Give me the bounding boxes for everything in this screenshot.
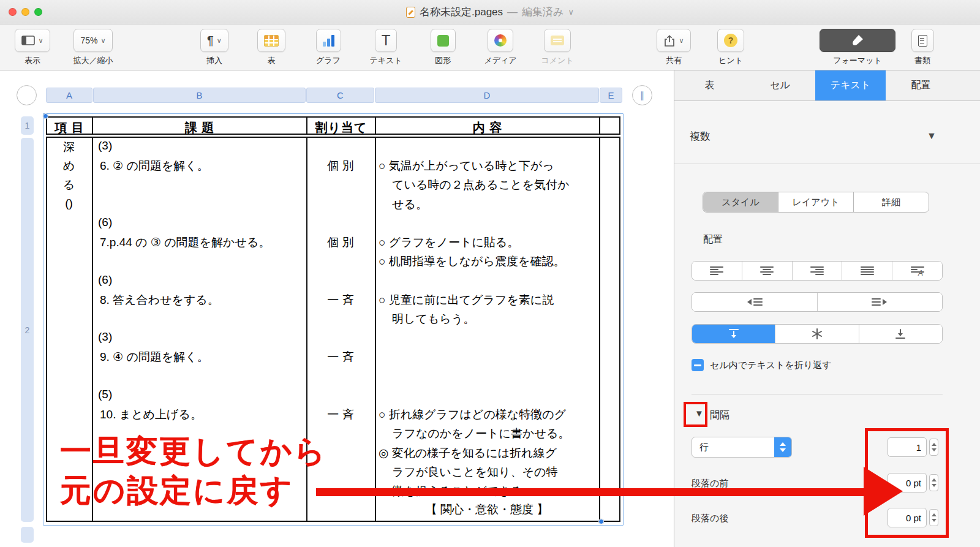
document-button[interactable] (911, 29, 934, 52)
tab-arrange[interactable]: 配置 (886, 70, 956, 100)
align-right-icon (810, 266, 824, 276)
table-cell-text: 深 (46, 139, 92, 155)
table-cell-text: (3) (98, 330, 112, 344)
increase-indent-button[interactable] (818, 293, 943, 311)
tab-cell[interactable]: セル (745, 70, 815, 100)
shape-button[interactable] (431, 29, 456, 52)
style-disclosure-icon[interactable]: ▼ (927, 130, 937, 141)
table-resize-handle[interactable] (43, 113, 48, 119)
indent-group (692, 292, 943, 312)
line-spacing-popup[interactable]: 行 (692, 437, 792, 458)
style-segmented-control: スタイル レイアウト 詳細 (703, 192, 929, 213)
table-header-cell: 項 目 (46, 119, 93, 136)
column-header-d[interactable]: D (375, 88, 599, 103)
tool-media: メディア (476, 29, 525, 66)
before-paragraph-label: 段落の前 (692, 478, 728, 489)
align-natural-icon: A (911, 266, 924, 276)
table-cell-text: め (46, 158, 92, 174)
table-cell-text: 7.p.44 の ③ の問題を解かせる。 (100, 235, 270, 251)
row-header-add[interactable] (21, 527, 34, 543)
table-button[interactable] (257, 29, 285, 52)
before-paragraph-value-field[interactable]: 0 pt (888, 473, 927, 492)
tab-table[interactable]: 表 (674, 70, 745, 100)
align-center-icon (760, 266, 774, 276)
close-button[interactable] (9, 8, 17, 16)
alignment-section-label: 配置 (703, 233, 723, 246)
text-label: テキスト (369, 55, 402, 66)
main-area: A B C D E ∥ 1 2 項 目 課 題 割り当て 内 容 深 め る (… (0, 70, 980, 547)
table-cell-text: ○ 折れ線グラフはどの様な特徴のグ (379, 407, 566, 423)
view-button[interactable]: ∨ (15, 29, 50, 52)
after-paragraph-value-field[interactable]: 0 pt (888, 508, 927, 527)
spacing-disclosure-icon[interactable]: ▼ (695, 408, 704, 418)
valign-middle-button[interactable] (775, 325, 859, 343)
column-header-e[interactable]: E (600, 88, 622, 103)
media-flower-icon (494, 34, 507, 47)
line-spacing-value-field[interactable]: 1 (888, 437, 927, 457)
fullscreen-button[interactable] (34, 8, 42, 16)
column-header-b[interactable]: B (93, 88, 306, 103)
table-header-cell: 内 容 (376, 119, 599, 136)
insert-button[interactable]: ¶ ∨ (200, 29, 228, 52)
line-spacing-stepper[interactable] (929, 439, 938, 456)
minimize-button[interactable] (21, 8, 29, 16)
column-header-a[interactable]: A (46, 88, 92, 103)
tool-chart: グラフ (304, 29, 353, 66)
view-label: 表示 (24, 55, 40, 66)
valign-top-icon (728, 328, 739, 339)
row-header-1[interactable]: 1 (21, 116, 34, 135)
valign-bottom-button[interactable] (859, 325, 942, 343)
decrease-indent-button[interactable] (692, 293, 818, 311)
tool-share: ∨ 共有 (649, 29, 698, 66)
tool-document: 書類 (898, 29, 947, 66)
table-cell-text: ている時の２点あることを気付か (392, 177, 569, 193)
column-header-c[interactable]: C (306, 88, 374, 103)
segment-style[interactable]: スタイル (703, 192, 778, 212)
tool-zoom: 75% ∨ 拡大／縮小 (69, 29, 118, 66)
hint-label: ヒント (718, 55, 743, 66)
valign-top-button[interactable] (692, 325, 775, 343)
row-header-2[interactable]: 2 (21, 138, 34, 522)
title-separator: — (507, 6, 518, 18)
table-cell-text: 個 別 (306, 235, 375, 251)
before-paragraph-stepper[interactable] (929, 474, 938, 491)
align-center-button[interactable] (742, 262, 793, 280)
table-cell-text: 個 別 (306, 158, 375, 174)
align-left-button[interactable] (692, 262, 742, 280)
share-button[interactable]: ∨ (657, 29, 690, 52)
table-resize-handle[interactable] (598, 519, 604, 524)
wrap-text-checkbox[interactable] (692, 359, 704, 371)
align-right-button[interactable] (793, 262, 843, 280)
table-cell-text: (6) (98, 273, 112, 287)
text-button[interactable]: T (375, 29, 398, 52)
zoom-button[interactable]: 75% ∨ (74, 29, 112, 52)
window-controls (9, 0, 42, 24)
document-label: 書類 (914, 55, 930, 66)
shape-label: 図形 (435, 55, 451, 66)
chevron-down-icon: ∨ (38, 37, 43, 45)
table-select-handle[interactable] (17, 85, 37, 105)
tab-text[interactable]: テキスト (815, 70, 886, 100)
table-cell-text: (5) (98, 388, 112, 401)
document-canvas[interactable]: A B C D E ∥ 1 2 項 目 課 題 割り当て 内 容 深 め る (… (0, 70, 674, 547)
tool-format: フォーマット (815, 29, 900, 66)
chart-label: グラフ (316, 55, 341, 66)
edited-status: 編集済み (522, 5, 564, 19)
segment-layout[interactable]: レイアウト (778, 192, 854, 212)
segment-more[interactable]: 詳細 (854, 192, 929, 212)
comment-button[interactable] (544, 29, 571, 52)
table-cell-text: ラフなのかをノートに書かせる。 (392, 426, 570, 442)
zoom-label: 拡大／縮小 (74, 55, 113, 66)
media-button[interactable] (488, 29, 513, 52)
table-cell-text: 一 斉 (306, 407, 375, 423)
chart-button[interactable] (316, 29, 341, 52)
format-button[interactable] (820, 29, 895, 52)
title-chevron-icon[interactable]: ∨ (568, 7, 574, 17)
align-justify-button[interactable] (842, 262, 892, 280)
hint-button[interactable]: ? (717, 29, 744, 52)
table-cell-text: 一 斉 (306, 349, 375, 365)
align-natural-button[interactable]: A (892, 262, 942, 280)
add-column-handle[interactable]: ∥ (632, 85, 652, 105)
after-paragraph-stepper[interactable] (929, 509, 938, 526)
table-icon (264, 35, 279, 47)
